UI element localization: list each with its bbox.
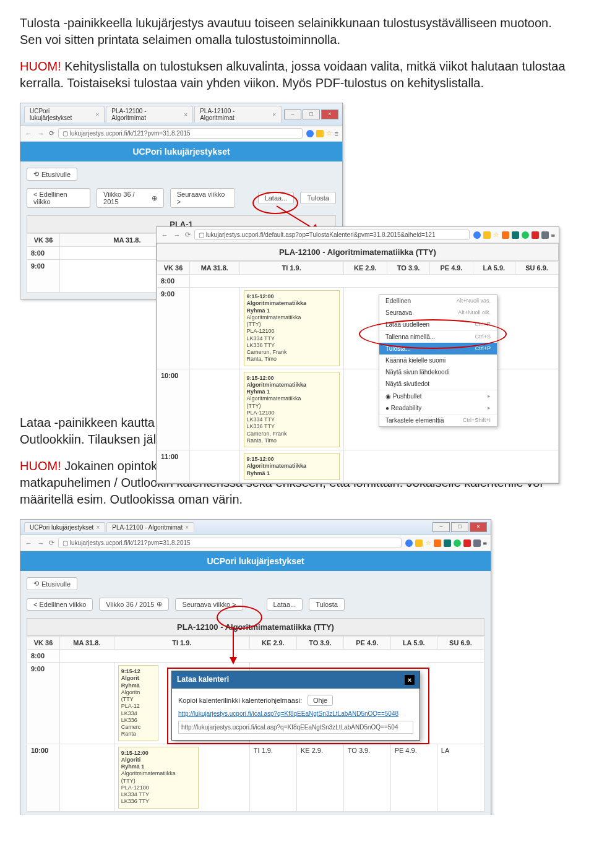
ctx-print[interactable]: Tulosta...Ctrl+P [379,343,497,355]
extension-icon[interactable] [306,130,314,137]
reload-icon[interactable]: ⟳ [185,231,191,239]
screenshot-tulosta-composite: UCPori lukujärjestykset× PLA-12100 - Alg… [20,103,574,400]
menu-icon[interactable]: ≡ [335,130,338,137]
ctx-back[interactable]: EdellinenAlt+Nuoli vas. [379,295,497,307]
bookmark-icon[interactable]: ☆ [493,231,499,239]
back-icon[interactable]: ← [24,539,33,547]
hour-cell: 11:00 [157,450,190,483]
menu-icon[interactable]: ≡ [551,231,555,239]
address-bar[interactable]: ▢ lukujarjestys.ucpori.fi/k/121?pvm=31.8… [58,128,303,139]
ctx-save-as[interactable]: Tallenna nimellä...Ctrl+S [379,330,497,343]
lataa-button[interactable]: Lataa... [258,192,295,204]
day-header: MA 31.8. [190,262,240,275]
extension-icon[interactable] [454,539,461,547]
back-icon[interactable]: ← [24,130,33,137]
day-header: SU 6.9. [515,262,559,275]
extensions-area: ☆ ≡ [473,231,555,239]
browser-tab[interactable]: PLA-12100 - Algoritmimat× [106,106,193,122]
extension-icon[interactable] [316,130,324,137]
etusivulle-button[interactable]: ⟲ Etusivulle [27,168,77,181]
extension-icon[interactable] [473,231,481,239]
browser-tab[interactable]: UCPori lukujärjestykset× [24,522,105,532]
extension-icon[interactable] [415,539,423,547]
extension-icon[interactable] [512,231,519,239]
week-picker-button[interactable]: Viikko 36 / 2015 ⊕ [97,188,164,208]
extension-icon[interactable] [434,539,441,547]
prev-week-button[interactable]: < Edellinen viikko [27,598,93,611]
close-icon[interactable]: × [185,524,189,531]
ctx-forward[interactable]: SeuraavaAlt+Nuoli oik. [379,307,497,319]
close-icon[interactable]: × [272,111,276,118]
extension-icon[interactable] [473,539,481,547]
ohje-button[interactable]: Ohje [308,695,333,706]
ical-url-input[interactable] [178,721,413,734]
bookmark-icon[interactable]: ☆ [326,129,332,137]
ctx-page-info[interactable]: Näytä sivutiedot [379,378,497,390]
paragraph-huom1: HUOM! Kehityslistalla on tulostuksen alk… [20,58,574,92]
browser-tab[interactable]: PLA-12100 - Algoritmimat× [106,522,194,532]
browser-toolbar: ← → ⟳ ▢ lukujarjestys.ucpori.fi/k/121?pv… [20,535,491,551]
page-title: UCPori lukujärjestykset [20,142,342,161]
close-icon[interactable]: × [96,524,100,531]
browser-tab[interactable]: PLA-12100 - Algoritmimat× [194,106,282,122]
maximize-button[interactable]: □ [451,522,468,532]
week-picker-button[interactable]: Viikko 36 / 2015 ⊕ [99,598,169,611]
close-icon[interactable]: × [184,111,187,118]
week-nav-row: < Edellinen viikko Viikko 36 / 2015 ⊕ Se… [27,188,336,208]
day-header: LA 5.9. [473,262,515,275]
extension-icon[interactable] [405,539,413,547]
extensions-area: ☆ ≡ [405,539,487,547]
close-button[interactable]: × [470,522,487,532]
address-bar[interactable]: ▢ lukujarjestys.ucpori.fi/k/121?pvm=31.8… [58,538,402,548]
tulosta-button[interactable]: Tulosta [300,192,336,204]
reload-icon[interactable]: ⟳ [49,539,54,547]
ctx-view-source[interactable]: Näytä sivun lähdekoodi [379,366,497,378]
maximize-button[interactable]: □ [303,110,320,119]
close-icon[interactable]: × [96,111,100,118]
schedule-event[interactable]: 9:15-12:00 Algoritmimatematiikka Ryhmä 1… [244,372,340,448]
extension-icon[interactable] [444,539,451,547]
ctx-translate[interactable]: Käännä kielelle suomi [379,355,497,366]
extension-icon[interactable] [463,539,471,547]
schedule-event[interactable]: 9:15-12:00 Algoriti Ryhmä 1 Algoritmimat… [118,747,199,809]
extension-icon[interactable] [541,231,549,239]
hour-cell: 10:00 [157,369,190,450]
minimize-button[interactable]: – [284,110,301,119]
lataa-button[interactable]: Lataa... [267,598,303,611]
forward-icon[interactable]: → [173,231,181,239]
next-week-button[interactable]: Seuraava viikko > [170,188,235,208]
titlebar: UCPori lukujärjestykset× PLA-12100 - Alg… [20,103,342,126]
browser-tab[interactable]: UCPori lukujärjestykset× [24,106,105,122]
menu-icon[interactable]: ≡ [483,539,487,547]
hour-cell: 10:00 [27,744,60,811]
hour-cell: 8:00 [27,247,60,260]
bookmark-icon[interactable]: ☆ [425,539,431,547]
close-button[interactable]: × [321,110,338,119]
tulosta-button[interactable]: Tulosta [309,598,345,611]
ctx-inspect[interactable]: Tarkastele elementtiäCtrl+Shift+I [379,414,497,426]
next-week-button[interactable]: Seuraava viikko > [175,598,243,611]
address-bar[interactable]: ▢ lukujarjestys.ucpori.fi/default.asp?op… [194,230,470,240]
dialog-close-button[interactable]: × [405,675,415,685]
forward-icon[interactable]: → [37,539,45,547]
day-header: PE 4.9. [430,262,473,275]
prev-week-button[interactable]: < Edellinen viikko [27,188,90,208]
ctx-readability[interactable]: ● Readability▸ [379,402,497,414]
extension-icon[interactable] [502,231,509,239]
ctx-reload[interactable]: Lataa uudelleenCtrl+R [379,319,497,330]
schedule-event[interactable]: 9:15-12:00 Algoritmimatematiikka Ryhmä 1 [244,453,340,480]
forward-icon[interactable]: → [37,130,45,137]
extension-icon[interactable] [532,231,539,239]
etusivulle-button[interactable]: ⟲ Etusivulle [27,577,77,590]
extension-icon[interactable] [483,231,491,239]
ctx-pushbullet[interactable]: ◉ Pushbullet▸ [379,390,497,402]
ical-link[interactable]: http://lukujarjestys.ucpori.fi/ical.asp?… [178,710,398,717]
reload-icon[interactable]: ⟳ [49,129,54,137]
context-menu: EdellinenAlt+Nuoli vas. SeuraavaAlt+Nuol… [379,294,497,427]
back-icon[interactable]: ← [160,231,169,239]
schedule-event[interactable]: 9:15-12:00 Algoritmimatematiikka Ryhmä 1… [244,290,340,366]
extension-icon[interactable] [522,231,529,239]
huom-label-2: HUOM! [20,459,61,473]
minimize-button[interactable]: – [433,522,450,532]
schedule-event[interactable]: 9:15-12 AlgoritRyhmä Algoritn(TTYPLA-12L… [118,665,158,741]
